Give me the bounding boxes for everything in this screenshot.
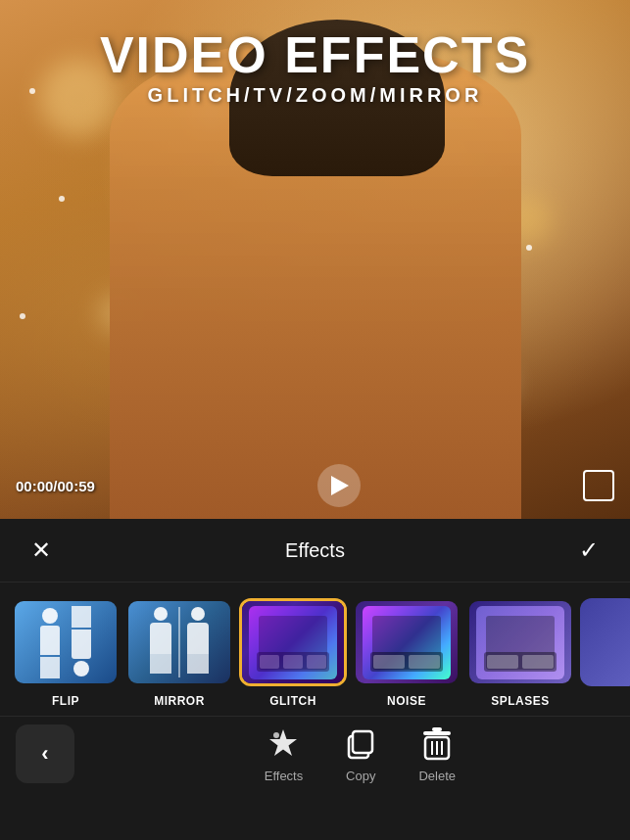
copy-icon-container bbox=[342, 725, 379, 763]
noise-thumbnail bbox=[356, 601, 458, 683]
toolbar-effects[interactable]: Effects bbox=[265, 725, 304, 783]
effect-thumb-splases bbox=[466, 598, 574, 686]
effects-panel: ✕ Effects ✓ bbox=[0, 519, 630, 840]
mirror-person-right bbox=[180, 607, 216, 677]
svg-point-1 bbox=[273, 732, 279, 738]
flip-thumbnail bbox=[15, 601, 117, 683]
effect-item-mirror[interactable]: MIRROR bbox=[125, 598, 233, 708]
effect-thumb-noise bbox=[353, 598, 460, 686]
effects-star-icon bbox=[267, 727, 300, 761]
svg-rect-4 bbox=[423, 731, 451, 735]
flip-visual bbox=[36, 608, 95, 677]
svg-rect-5 bbox=[432, 727, 442, 731]
delete-toolbar-label: Delete bbox=[418, 769, 456, 783]
effect-thumb-mirror bbox=[125, 598, 233, 686]
toolbar-delete[interactable]: Delete bbox=[418, 725, 456, 783]
close-button[interactable]: ✕ bbox=[24, 533, 59, 568]
person-body bbox=[40, 626, 60, 655]
video-main-title: VIDEO EFFECTS bbox=[0, 29, 630, 80]
mirror-thumbnail bbox=[128, 601, 230, 683]
effect-item-flip[interactable]: FLIP bbox=[12, 598, 120, 708]
back-button[interactable]: ‹ bbox=[16, 724, 74, 783]
splases-dj-visual bbox=[469, 601, 571, 683]
mirror-person-left bbox=[143, 607, 178, 677]
effects-header: ✕ Effects ✓ bbox=[0, 519, 630, 583]
svg-rect-3 bbox=[353, 731, 372, 753]
person-legs bbox=[40, 657, 60, 678]
copy-toolbar-label: Copy bbox=[346, 769, 375, 783]
copy-icon bbox=[344, 727, 377, 761]
fullscreen-button[interactable] bbox=[583, 470, 614, 501]
delete-trash-icon bbox=[421, 725, 453, 763]
splases-dj-image bbox=[476, 606, 564, 679]
sparkle bbox=[526, 245, 532, 251]
svg-marker-0 bbox=[269, 729, 297, 756]
effects-icon-container bbox=[265, 725, 302, 763]
splases-thumbnail bbox=[469, 601, 571, 683]
noise-dj-image bbox=[363, 606, 451, 679]
back-arrow-icon: ‹ bbox=[41, 741, 48, 767]
video-controls: 00:00/00:59 bbox=[0, 464, 630, 507]
effect-thumb-flip bbox=[12, 598, 120, 686]
effect-item-glitch[interactable]: GLITCH bbox=[239, 598, 347, 708]
video-title-overlay: VIDEO EFFECTS GLITCH/TV/ZOOM/MIRROR bbox=[0, 29, 630, 107]
delete-icon-container bbox=[418, 725, 456, 763]
effect-label-noise: NOISE bbox=[387, 694, 426, 708]
toolbar-items: Effects Copy bbox=[90, 725, 630, 783]
effect-label-splases: SPLASES bbox=[491, 694, 550, 708]
noise-dj-visual bbox=[356, 601, 458, 683]
video-sub-title: GLITCH/TV/ZOOM/MIRROR bbox=[0, 84, 630, 107]
sparkle bbox=[59, 196, 65, 202]
effect-label-flip: FLIP bbox=[52, 694, 79, 708]
sparkle bbox=[20, 313, 25, 319]
confirm-button[interactable]: ✓ bbox=[571, 533, 606, 568]
effect-item-splases[interactable]: SPLASES bbox=[466, 598, 574, 708]
splases-dj-decks bbox=[484, 652, 557, 672]
timecode-display: 00:00/00:59 bbox=[16, 478, 95, 494]
effect-thumb-glitch bbox=[239, 598, 347, 686]
effect-item-noise[interactable]: NOISE bbox=[353, 598, 460, 708]
effects-toolbar-label: Effects bbox=[265, 769, 304, 783]
video-preview: VIDEO EFFECTS GLITCH/TV/ZOOM/MIRROR 00:0… bbox=[0, 0, 630, 519]
effect-item-partial bbox=[580, 598, 630, 686]
effect-label-mirror: MIRROR bbox=[154, 694, 205, 708]
person-normal bbox=[36, 608, 64, 677]
play-icon bbox=[331, 476, 349, 495]
effect-label-glitch: GLITCH bbox=[269, 694, 316, 708]
mirror-visual bbox=[143, 607, 216, 677]
effects-list: FLIP bbox=[0, 583, 630, 716]
noise-dj-decks bbox=[370, 652, 443, 672]
play-button[interactable] bbox=[317, 464, 361, 507]
person-inverted bbox=[68, 608, 95, 677]
glitch-overlay bbox=[242, 601, 344, 683]
person-head bbox=[42, 608, 58, 624]
toolbar-copy[interactable]: Copy bbox=[342, 725, 379, 783]
effect-thumb-partial bbox=[580, 598, 630, 686]
glitch-thumbnail bbox=[242, 601, 344, 683]
effects-panel-title: Effects bbox=[285, 539, 345, 562]
bottom-toolbar: ‹ Effects bbox=[0, 716, 630, 795]
